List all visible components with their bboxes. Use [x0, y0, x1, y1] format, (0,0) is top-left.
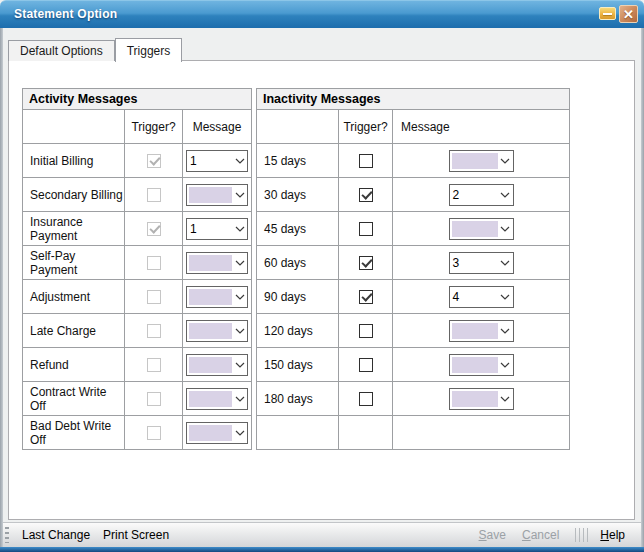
message-dropdown[interactable]: 1	[186, 150, 248, 172]
message-dropdown[interactable]	[186, 320, 248, 342]
chevron-down-icon	[500, 260, 510, 266]
table-row: 60 days3	[257, 246, 570, 280]
trigger-checkbox	[147, 358, 161, 372]
minimize-button[interactable]	[599, 7, 616, 20]
row-label: 150 days	[257, 348, 339, 382]
message-dropdown-value	[189, 187, 232, 203]
chevron-down-icon	[235, 226, 245, 232]
chevron-down-icon	[235, 294, 245, 300]
trigger-checkbox	[147, 256, 161, 270]
table-row: 15 days	[257, 144, 570, 178]
table-row: Initial Billing1	[23, 144, 252, 178]
window-title: Statement Option	[14, 7, 117, 21]
statusbar-item-print-screen[interactable]: Print Screen	[103, 528, 169, 542]
trigger-checkbox	[147, 290, 161, 304]
message-dropdown[interactable]: 2	[449, 184, 514, 206]
trigger-checkbox[interactable]	[359, 392, 373, 406]
row-label	[257, 416, 339, 450]
trigger-checkbox	[147, 324, 161, 338]
message-dropdown[interactable]	[449, 388, 514, 410]
row-label: Refund	[23, 348, 125, 382]
message-dropdown-value	[452, 221, 498, 237]
row-label: 45 days	[257, 212, 339, 246]
table-row: 45 days	[257, 212, 570, 246]
chevron-down-icon	[235, 430, 245, 436]
message-dropdown[interactable]	[186, 252, 248, 274]
trigger-checkbox[interactable]	[359, 358, 373, 372]
message-dropdown[interactable]: 4	[449, 286, 514, 308]
message-dropdown-value	[452, 323, 498, 339]
row-label: 60 days	[257, 246, 339, 280]
table-row: Contract Write Off	[23, 382, 252, 416]
trigger-checkbox	[147, 426, 161, 440]
titlebar: Statement Option ✕	[0, 0, 644, 28]
activity-section-header: Activity Messages	[23, 89, 252, 110]
trigger-checkbox[interactable]	[359, 188, 373, 202]
help-button[interactable]: Help	[600, 528, 625, 542]
triggers-tab-page: Activity Messages Trigger? Message Initi…	[8, 60, 635, 520]
chevron-down-icon	[235, 328, 245, 334]
tab-triggers[interactable]: Triggers	[115, 38, 183, 62]
message-dropdown[interactable]	[186, 184, 248, 206]
trigger-checkbox[interactable]	[359, 324, 373, 338]
trigger-checkbox	[147, 222, 161, 236]
chevron-down-icon	[500, 328, 510, 334]
activity-trigger-column-header: Trigger?	[125, 110, 183, 144]
activity-label-column-header	[23, 110, 125, 144]
close-button[interactable]: ✕	[619, 5, 638, 23]
message-dropdown[interactable]	[449, 150, 514, 172]
activity-message-column-header: Message	[183, 110, 252, 144]
message-dropdown-value: 4	[450, 287, 498, 307]
activity-messages-table: Activity Messages Trigger? Message Initi…	[22, 88, 252, 450]
trigger-checkbox[interactable]	[359, 256, 373, 270]
statusbar-item-last-change[interactable]: Last Change	[22, 528, 90, 542]
table-row: 180 days	[257, 382, 570, 416]
statusbar-grip-bars	[575, 528, 588, 542]
message-dropdown[interactable]	[449, 218, 514, 240]
table-row	[257, 416, 570, 450]
table-row: Secondary Billing	[23, 178, 252, 212]
message-dropdown-value	[452, 357, 498, 373]
message-dropdown[interactable]	[186, 286, 248, 308]
message-dropdown[interactable]	[186, 354, 248, 376]
message-dropdown[interactable]	[449, 354, 514, 376]
chevron-down-icon	[500, 158, 510, 164]
message-dropdown-value	[189, 425, 232, 441]
chevron-down-icon	[500, 396, 510, 402]
message-dropdown[interactable]: 3	[449, 252, 514, 274]
row-label: Adjustment	[23, 280, 125, 314]
minimize-icon	[603, 13, 612, 15]
message-dropdown-value	[189, 323, 232, 339]
message-dropdown-value: 1	[187, 219, 232, 239]
status-bar: Last Change Print Screen Save Cancel Hel…	[3, 522, 641, 547]
chevron-down-icon	[235, 396, 245, 402]
trigger-checkbox[interactable]	[359, 154, 373, 168]
trigger-checkbox[interactable]	[359, 222, 373, 236]
message-dropdown-value: 3	[450, 253, 498, 273]
chevron-down-icon	[500, 226, 510, 232]
message-dropdown[interactable]	[449, 320, 514, 342]
trigger-checkbox	[147, 392, 161, 406]
message-dropdown-value	[189, 289, 232, 305]
message-dropdown[interactable]: 1	[186, 218, 248, 240]
chevron-down-icon	[500, 294, 510, 300]
row-label: 90 days	[257, 280, 339, 314]
message-dropdown-value	[189, 391, 232, 407]
chevron-down-icon	[235, 158, 245, 164]
tab-default-options[interactable]: Default Options	[8, 40, 115, 61]
message-dropdown-value: 1	[187, 151, 232, 171]
message-dropdown[interactable]	[186, 422, 248, 444]
tab-strip: Default Options Triggers	[8, 37, 182, 61]
inactivity-label-column-header	[257, 110, 339, 144]
chevron-down-icon	[500, 192, 510, 198]
statusbar-resize-grip	[5, 527, 9, 543]
message-dropdown-value	[189, 255, 232, 271]
row-label: Secondary Billing	[23, 178, 125, 212]
table-row: Adjustment	[23, 280, 252, 314]
table-row: Insurance Payment1	[23, 212, 252, 246]
message-dropdown-value	[452, 391, 498, 407]
trigger-checkbox[interactable]	[359, 290, 373, 304]
window-border-left	[0, 28, 3, 547]
table-row: 150 days	[257, 348, 570, 382]
message-dropdown[interactable]	[186, 388, 248, 410]
